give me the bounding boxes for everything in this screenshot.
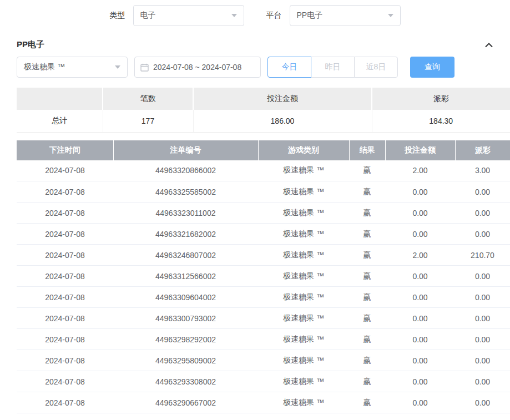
cell-game-type: 极速糖果 ™ xyxy=(258,266,349,287)
today-button[interactable]: 今日 xyxy=(267,57,311,78)
summary-total-count: 177 xyxy=(103,110,193,132)
cell-bet-time: 2024-07-08 xyxy=(17,371,113,392)
cell-bet-id: 44963290667002 xyxy=(113,392,258,413)
cell-result: 赢 xyxy=(349,371,385,392)
chevron-down-icon xyxy=(388,14,393,17)
platform-select-value: PP电子 xyxy=(297,11,323,21)
cell-bet-amount: 0.00 xyxy=(385,329,455,350)
cell-bet-id: 44963309604002 xyxy=(113,287,258,308)
cell-payout: 0.00 xyxy=(455,266,510,287)
table-row: 2024-07-08 44963320866002 极速糖果 ™ 赢 2.00 … xyxy=(17,160,510,181)
records-tbody: 2024-07-08 44963320866002 极速糖果 ™ 赢 2.00 … xyxy=(17,160,510,413)
cell-bet-id: 44963323011002 xyxy=(113,203,258,224)
cell-bet-id: 44963298292002 xyxy=(113,329,258,350)
table-row: 2024-07-08 44963309604002 极速糖果 ™ 赢 0.00 … xyxy=(17,287,510,308)
game-select[interactable]: 极速糖果 ™ xyxy=(17,57,128,78)
summary-header-payout: 派彩 xyxy=(372,88,510,110)
cell-payout: 0.00 xyxy=(455,181,510,203)
cell-bet-time: 2024-07-08 xyxy=(17,203,113,224)
last-8-days-button[interactable]: 近8日 xyxy=(354,57,398,78)
calendar-icon xyxy=(140,63,149,72)
summary-table: 笔数 投注金额 派彩 总计 177 186.00 184.30 xyxy=(17,88,510,133)
cell-result: 赢 xyxy=(349,287,385,308)
collapse-section-button[interactable] xyxy=(484,42,493,48)
cell-payout: 0.00 xyxy=(455,224,510,245)
records-header-payout: 派彩 xyxy=(455,140,510,160)
cell-bet-id: 44963300793002 xyxy=(113,308,258,329)
quick-date-button-group: 今日 昨日 近8日 xyxy=(267,57,398,78)
cell-bet-amount: 2.00 xyxy=(385,245,455,266)
cell-payout: 0.00 xyxy=(455,392,510,413)
cell-bet-id: 44963295809002 xyxy=(113,350,258,371)
cell-bet-time: 2024-07-08 xyxy=(17,181,113,203)
cell-game-type: 极速糖果 ™ xyxy=(258,224,349,245)
top-filter-bar: 类型 电子 平台 PP电子 xyxy=(0,0,510,32)
section-header: PP电子 xyxy=(0,32,510,57)
cell-bet-time: 2024-07-08 xyxy=(17,287,113,308)
summary-total-bet-amount: 186.00 xyxy=(193,110,372,132)
summary-total-row: 总计 177 186.00 184.30 xyxy=(17,110,510,132)
game-select-value: 极速糖果 ™ xyxy=(24,62,65,72)
cell-game-type: 极速糖果 ™ xyxy=(258,308,349,329)
cell-bet-id: 44963312566002 xyxy=(113,266,258,287)
platform-label: 平台 xyxy=(266,11,282,21)
summary-header-empty xyxy=(17,88,103,110)
cell-bet-amount: 0.00 xyxy=(385,287,455,308)
cell-payout: 0.00 xyxy=(455,287,510,308)
cell-bet-amount: 0.00 xyxy=(385,181,455,203)
cell-bet-amount: 0.00 xyxy=(385,392,455,413)
cell-bet-id: 44963320866002 xyxy=(113,160,258,181)
table-row: 2024-07-08 44963312566002 极速糖果 ™ 赢 0.00 … xyxy=(17,266,510,287)
records-table: 下注时间 注单编号 游戏类别 结果 投注金额 派彩 2024-07-08 449… xyxy=(17,140,510,414)
cell-game-type: 极速糖果 ™ xyxy=(258,392,349,413)
cell-game-type: 极速糖果 ™ xyxy=(258,181,349,203)
records-header-bet-amount: 投注金额 xyxy=(385,140,455,160)
table-row: 2024-07-08 44963300793002 极速糖果 ™ 赢 0.00 … xyxy=(17,308,510,329)
cell-result: 赢 xyxy=(349,308,385,329)
records-header-row: 下注时间 注单编号 游戏类别 结果 投注金额 派彩 xyxy=(17,140,510,160)
cell-result: 赢 xyxy=(349,350,385,371)
type-label: 类型 xyxy=(110,11,125,21)
search-button[interactable]: 查询 xyxy=(410,57,455,78)
cell-result: 赢 xyxy=(349,203,385,224)
cell-game-type: 极速糖果 ™ xyxy=(258,287,349,308)
cell-bet-id: 44963293308002 xyxy=(113,371,258,392)
table-row: 2024-07-08 44963246807002 极速糖果 ™ 赢 2.00 … xyxy=(17,245,510,266)
summary-header-bet-amount: 投注金额 xyxy=(193,88,372,110)
cell-bet-time: 2024-07-08 xyxy=(17,160,113,181)
chevron-down-icon xyxy=(231,14,237,17)
records-header-bet-id: 注单编号 xyxy=(113,140,258,160)
filter-row: 极速糖果 ™ 2024-07-08 ~ 2024-07-08 今日 昨日 近8日… xyxy=(0,57,510,78)
cell-bet-id: 44963325585002 xyxy=(113,181,258,203)
tables-wrap: 笔数 投注金额 派彩 总计 177 186.00 184.30 下注时间 注单编… xyxy=(0,88,510,413)
cell-bet-time: 2024-07-08 xyxy=(17,329,113,350)
table-row: 2024-07-08 44963321682002 极速糖果 ™ 赢 0.00 … xyxy=(17,224,510,245)
table-row: 2024-07-08 44963323011002 极速糖果 ™ 赢 0.00 … xyxy=(17,203,510,224)
type-select[interactable]: 电子 xyxy=(133,5,244,26)
cell-bet-time: 2024-07-08 xyxy=(17,266,113,287)
type-select-value: 电子 xyxy=(140,11,156,21)
cell-bet-id: 44963246807002 xyxy=(113,245,258,266)
yesterday-button[interactable]: 昨日 xyxy=(311,57,355,78)
cell-bet-time: 2024-07-08 xyxy=(17,392,113,413)
cell-result: 赢 xyxy=(349,392,385,413)
cell-game-type: 极速糖果 ™ xyxy=(258,245,349,266)
cell-result: 赢 xyxy=(349,329,385,350)
platform-select[interactable]: PP电子 xyxy=(290,5,401,26)
cell-bet-time: 2024-07-08 xyxy=(17,224,113,245)
cell-payout: 0.00 xyxy=(455,329,510,350)
cell-bet-id: 44963321682002 xyxy=(113,224,258,245)
table-row: 2024-07-08 44963298292002 极速糖果 ™ 赢 0.00 … xyxy=(17,329,510,350)
table-row: 2024-07-08 44963293308002 极速糖果 ™ 赢 0.00 … xyxy=(17,371,510,392)
section-title: PP电子 xyxy=(17,39,44,50)
cell-bet-amount: 2.00 xyxy=(385,160,455,181)
cell-payout: 0.00 xyxy=(455,203,510,224)
chevron-up-icon xyxy=(484,42,493,48)
cell-result: 赢 xyxy=(349,160,385,181)
cell-result: 赢 xyxy=(349,245,385,266)
date-range-picker[interactable]: 2024-07-08 ~ 2024-07-08 xyxy=(134,57,261,78)
table-row: 2024-07-08 44963290667002 极速糖果 ™ 赢 0.00 … xyxy=(17,392,510,413)
cell-bet-time: 2024-07-08 xyxy=(17,245,113,266)
cell-bet-amount: 0.00 xyxy=(385,308,455,329)
records-header-bet-time: 下注时间 xyxy=(17,140,113,160)
